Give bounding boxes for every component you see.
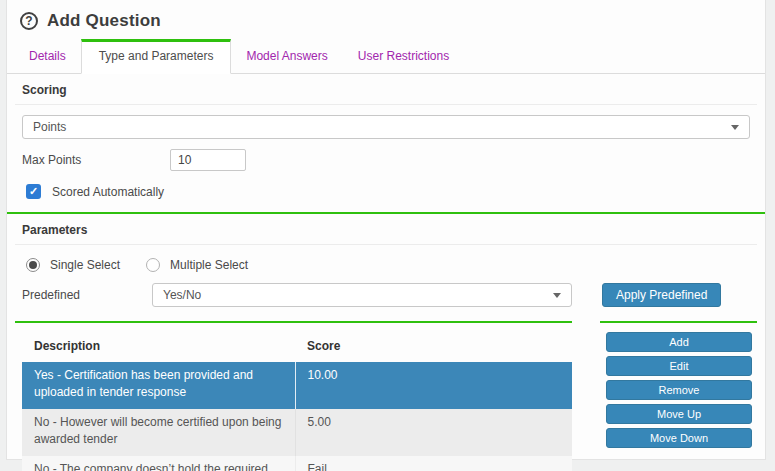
max-points-input[interactable] xyxy=(170,149,246,171)
add-question-panel: ? Add Question Details Type and Paramete… xyxy=(6,0,766,460)
add-button[interactable]: Add xyxy=(606,332,752,352)
predefined-select[interactable]: Yes/No xyxy=(152,283,572,307)
scored-automatically-label: Scored Automatically xyxy=(52,185,164,199)
move-down-button[interactable]: Move Down xyxy=(606,428,752,448)
parameters-section: Parameters Single Select Multiple Select… xyxy=(7,212,765,471)
tab-model-answers[interactable]: Model Answers xyxy=(231,40,342,73)
scored-automatically-row: ✓ Scored Automatically xyxy=(15,184,757,199)
score-column-header: Score xyxy=(295,332,572,362)
description-cell: No - However will become certified upon … xyxy=(22,409,295,456)
scored-automatically-checkbox[interactable]: ✓ xyxy=(26,184,41,199)
apply-predefined-button[interactable]: Apply Predefined xyxy=(602,283,721,307)
max-points-label: Max Points xyxy=(22,153,170,167)
help-icon[interactable]: ? xyxy=(20,12,38,30)
scoring-section: Scoring Points Max Points ✓ Scored Autom… xyxy=(7,74,765,199)
chevron-down-icon xyxy=(553,293,561,298)
single-select-radio[interactable] xyxy=(26,258,40,272)
table-row[interactable]: No - However will become certified upon … xyxy=(22,409,572,456)
page-header: ? Add Question xyxy=(7,0,765,36)
score-cell: 10.00 xyxy=(295,362,572,409)
single-select-label: Single Select xyxy=(50,258,120,272)
score-cell: Fail xyxy=(295,456,572,471)
parameters-section-title: Parameters xyxy=(15,214,757,245)
chevron-down-icon xyxy=(731,125,739,130)
answer-actions-panel: Add Edit Remove Move Up Move Down xyxy=(600,321,757,452)
tab-type-and-parameters[interactable]: Type and Parameters xyxy=(81,39,232,74)
description-column-header: Description xyxy=(22,332,295,362)
scoring-type-select[interactable]: Points xyxy=(22,115,750,139)
table-row[interactable]: No - The company doesn’t hold the requir… xyxy=(22,456,572,471)
answers-table: Description Score Yes - Certification ha… xyxy=(22,332,572,471)
scoring-type-select-value: Points xyxy=(33,120,66,134)
table-row[interactable]: Yes - Certification has been provided an… xyxy=(22,362,572,409)
predefined-label: Predefined xyxy=(22,288,152,302)
tab-details[interactable]: Details xyxy=(14,40,81,73)
scoring-section-title: Scoring xyxy=(15,74,757,105)
tab-bar: Details Type and Parameters Model Answer… xyxy=(7,39,765,74)
edit-button[interactable]: Edit xyxy=(606,356,752,376)
score-cell: 5.00 xyxy=(295,409,572,456)
predefined-row: Predefined Yes/No Apply Predefined xyxy=(15,283,757,307)
move-up-button[interactable]: Move Up xyxy=(606,404,752,424)
max-points-row: Max Points xyxy=(15,149,757,171)
description-cell: No - The company doesn’t hold the requir… xyxy=(22,456,295,471)
select-mode-row: Single Select Multiple Select xyxy=(15,258,757,272)
description-cell: Yes - Certification has been provided an… xyxy=(22,362,295,409)
table-header-row: Description Score xyxy=(22,332,572,362)
answers-area: Description Score Yes - Certification ha… xyxy=(15,321,757,471)
remove-button[interactable]: Remove xyxy=(606,380,752,400)
predefined-select-value: Yes/No xyxy=(163,288,201,302)
page-title: Add Question xyxy=(47,11,161,31)
answers-table-panel: Description Score Yes - Certification ha… xyxy=(15,321,572,471)
multiple-select-label: Multiple Select xyxy=(170,258,248,272)
tab-user-restrictions[interactable]: User Restrictions xyxy=(343,40,464,73)
multiple-select-radio[interactable] xyxy=(146,258,160,272)
